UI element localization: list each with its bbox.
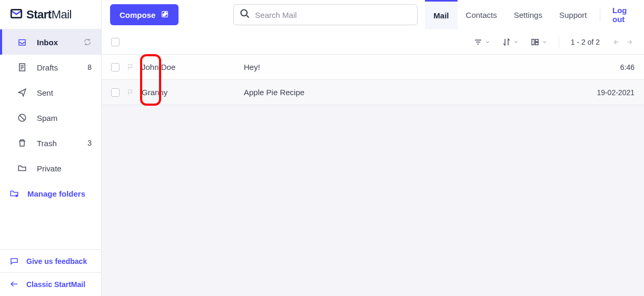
toolbar-right: 1 - 2 of 2: [473, 36, 635, 48]
layout-button[interactable]: [530, 37, 547, 47]
mail-list: John Doe Hey! 6:46 Granny Apple Pie Reci…: [102, 55, 644, 296]
arrow-left-icon: [9, 279, 20, 290]
folder-label: Sent: [37, 88, 92, 97]
search-icon: [240, 8, 250, 21]
pagination-text: 1 - 2 of 2: [571, 38, 600, 46]
divider: [600, 7, 600, 22]
logout-link[interactable]: Log out: [604, 6, 636, 24]
trash-icon: [17, 138, 27, 148]
folder-label: Drafts: [37, 63, 87, 72]
select-all-checkbox[interactable]: [111, 38, 120, 46]
folder-gear-icon: [9, 188, 20, 199]
search-wrap: [233, 4, 418, 25]
sort-button[interactable]: [502, 37, 519, 47]
main-area: Compose Mail Contacts Settings Support L…: [102, 0, 644, 296]
chevron-down-icon: [485, 39, 490, 45]
nav-contacts[interactable]: Contacts: [458, 0, 506, 29]
flag-icon[interactable]: [127, 89, 134, 96]
folder-count: 3: [87, 139, 92, 147]
folder-label: Trash: [37, 139, 87, 148]
mail-checkbox[interactable]: [111, 63, 120, 72]
sidebar-item-sent[interactable]: Sent: [0, 80, 101, 105]
inbox-icon: [17, 37, 27, 47]
svg-rect-15: [535, 39, 538, 42]
sidebar-item-private[interactable]: Private: [0, 156, 101, 181]
folder-label: Spam: [37, 114, 92, 123]
chat-icon: [9, 256, 20, 267]
classic-link[interactable]: Classic StartMail: [0, 273, 101, 296]
mail-checkbox[interactable]: [111, 88, 120, 97]
next-page-button[interactable]: [626, 38, 635, 46]
folder-list: Inbox Drafts 8 Sent Spam: [0, 29, 101, 249]
sidebar-item-spam[interactable]: Spam: [0, 105, 101, 130]
feedback-label: Give us feedback: [26, 257, 87, 266]
svg-rect-16: [535, 42, 538, 45]
pager: [611, 38, 635, 46]
mail-envelope-icon: [9, 7, 23, 23]
manage-label: Manage folders: [27, 189, 85, 198]
manage-folders-link[interactable]: Manage folders: [0, 181, 101, 206]
mail-date: 6:46: [620, 63, 635, 72]
logo[interactable]: StartMail: [9, 7, 72, 23]
sidebar: StartMail Inbox Drafts 8 Sen: [0, 0, 102, 296]
mail-date: 19-02-2021: [597, 88, 635, 97]
filter-button[interactable]: [473, 37, 490, 47]
svg-line-10: [247, 15, 249, 17]
chevron-down-icon: [513, 39, 519, 45]
svg-point-9: [241, 10, 247, 16]
divider: [559, 36, 559, 48]
flag-icon[interactable]: [127, 64, 134, 71]
folder-icon: [17, 163, 27, 173]
search-input[interactable]: [233, 4, 418, 25]
mail-sender: John Doe: [142, 63, 236, 72]
compose-button[interactable]: Compose: [110, 4, 179, 25]
svg-rect-14: [532, 39, 534, 45]
svg-point-7: [15, 195, 18, 197]
feedback-link[interactable]: Give us feedback: [0, 250, 101, 273]
folder-label: Inbox: [37, 38, 83, 47]
mail-row[interactable]: John Doe Hey! 6:46: [102, 55, 644, 80]
compose-label: Compose: [120, 11, 155, 19]
mail-subject: Hey!: [244, 63, 613, 72]
sidebar-item-drafts[interactable]: Drafts 8: [0, 55, 101, 80]
nav-mail[interactable]: Mail: [425, 0, 457, 29]
sent-icon: [17, 87, 27, 98]
chevron-down-icon: [542, 39, 547, 45]
topnav: Mail Contacts Settings Support Log out: [425, 0, 636, 29]
drafts-icon: [17, 62, 27, 73]
folder-label: Private: [37, 164, 92, 173]
sidebar-item-inbox[interactable]: Inbox: [0, 29, 101, 55]
sidebar-item-trash[interactable]: Trash 3: [0, 130, 101, 156]
mail-row[interactable]: Granny Apple Pie Recipe 19-02-2021: [102, 80, 644, 105]
compose-icon: [161, 10, 169, 20]
logo-text: StartMail: [26, 8, 72, 22]
spam-icon: [17, 113, 27, 123]
classic-label: Classic StartMail: [26, 280, 85, 289]
prev-page-button[interactable]: [611, 38, 620, 46]
refresh-icon[interactable]: [83, 38, 92, 46]
sidebar-bottom: Give us feedback Classic StartMail: [0, 249, 101, 296]
nav-settings[interactable]: Settings: [506, 0, 551, 29]
mail-toolbar: 1 - 2 of 2: [102, 29, 644, 55]
logo-area: StartMail: [0, 0, 101, 29]
nav-support[interactable]: Support: [551, 0, 596, 29]
folder-count: 8: [87, 63, 92, 72]
svg-line-6: [20, 116, 25, 120]
mail-subject: Apple Pie Recipe: [244, 88, 589, 97]
topbar: Compose Mail Contacts Settings Support L…: [102, 0, 644, 29]
mail-sender: Granny: [142, 88, 236, 97]
